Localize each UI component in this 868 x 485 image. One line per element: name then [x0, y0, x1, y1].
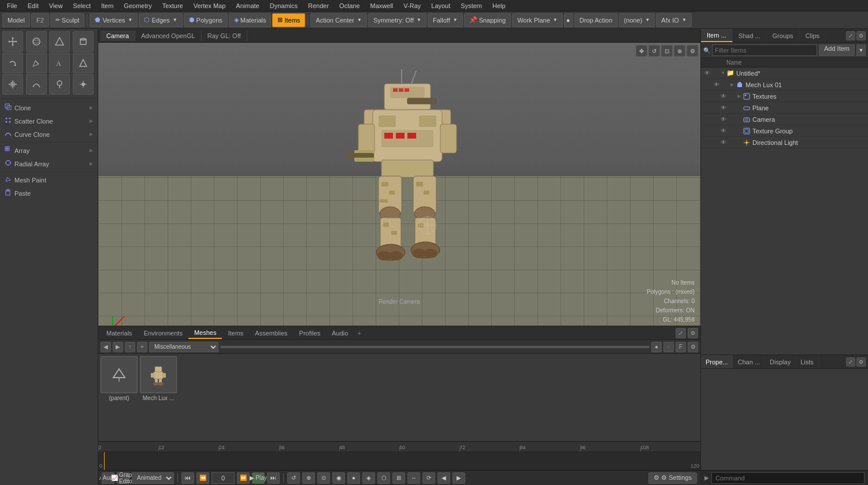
- right-expand-btn[interactable]: ⤢: [846, 31, 855, 40]
- model-mode-btn[interactable]: Model: [2, 13, 30, 27]
- vp-rotate-btn[interactable]: ↺: [648, 45, 660, 57]
- rb-tab-properties[interactable]: Prope...: [701, 355, 733, 368]
- menu-vray[interactable]: V-Ray: [399, 1, 425, 10]
- graph-editor-btn[interactable]: 📈 Graph Editor: [117, 472, 129, 484]
- tool-shape[interactable]: [73, 53, 94, 73]
- tool-bend[interactable]: [26, 74, 47, 95]
- vp-tab-camera[interactable]: Camera: [101, 31, 135, 41]
- menu-file[interactable]: File: [2, 1, 22, 10]
- tab-environments[interactable]: Environments: [138, 328, 188, 338]
- pb-ctrl-5[interactable]: ●: [347, 472, 360, 484]
- settings-btn[interactable]: ⚙ ⚙ Settings: [648, 472, 697, 484]
- vis-btn-camera[interactable]: 👁: [719, 115, 728, 124]
- tab-items[interactable]: Items: [222, 328, 249, 338]
- add-item-btn[interactable]: Add Item: [819, 44, 855, 56]
- item-row-camera[interactable]: 👁 ▶ Camera: [701, 114, 868, 125]
- mb-filter-btn[interactable]: F: [676, 342, 686, 352]
- pb-ctrl-12[interactable]: ▶: [452, 472, 465, 484]
- expand-mech[interactable]: ▶: [729, 81, 736, 89]
- vp-fit-btn[interactable]: ⊡: [661, 45, 673, 57]
- expand-panel-btn[interactable]: ⤢: [676, 328, 686, 338]
- menu-dynamics[interactable]: Dynamics: [265, 1, 302, 10]
- vp-move-btn[interactable]: ✥: [636, 45, 647, 57]
- right-tab-shad[interactable]: Shad ...: [733, 29, 767, 42]
- tool-sphere[interactable]: [26, 31, 47, 52]
- menu-view[interactable]: View: [44, 1, 68, 10]
- animated-dropdown[interactable]: Animated: [132, 472, 174, 484]
- tool-paste[interactable]: Paste: [0, 186, 98, 200]
- filter-input[interactable]: [712, 44, 817, 56]
- tool-rotate[interactable]: [2, 53, 23, 73]
- f2-btn[interactable]: F2: [31, 13, 49, 27]
- materials-btn[interactable]: ◈ Materials: [229, 13, 272, 27]
- add-item-arrow[interactable]: ▼: [856, 44, 866, 56]
- mb-zoom-slider[interactable]: [220, 346, 650, 348]
- menu-geometry[interactable]: Geometry: [119, 1, 156, 10]
- pb-ctrl-1[interactable]: ↺: [287, 472, 300, 484]
- pb-ctrl-10[interactable]: ⟳: [422, 472, 435, 484]
- pb-ctrl-9[interactable]: ↔: [407, 472, 420, 484]
- command-input[interactable]: [711, 472, 865, 484]
- frame-input[interactable]: [212, 472, 235, 484]
- mb-forward-btn[interactable]: ▶: [113, 342, 123, 352]
- item-row-light[interactable]: 👁 ▶ Directional Light: [701, 137, 868, 148]
- rb-tab-lists[interactable]: Lists: [796, 355, 819, 368]
- expand-camera[interactable]: ▶: [736, 115, 743, 124]
- item-row-texgroup[interactable]: 👁 ▶ Texture Group: [701, 125, 868, 137]
- play-to-end-btn[interactable]: ⏭: [267, 472, 280, 484]
- tool-paint[interactable]: [49, 74, 70, 95]
- rb-tab-channels[interactable]: Chan ...: [733, 355, 766, 368]
- pb-ctrl-2[interactable]: ⊕: [302, 472, 315, 484]
- expand-light[interactable]: ▶: [736, 139, 743, 147]
- vis-btn-mech[interactable]: 👁: [713, 81, 721, 89]
- mesh-item-mech[interactable]: Mech Lux ...: [140, 356, 177, 401]
- menu-help[interactable]: Help: [488, 1, 510, 10]
- vp-settings-btn[interactable]: ⚙: [687, 45, 698, 57]
- play-to-start-btn[interactable]: ⏮: [181, 472, 194, 484]
- sculpt-mode-btn[interactable]: ✏ Sculpt: [50, 13, 85, 27]
- play-btn[interactable]: ▶ Play: [252, 472, 265, 484]
- tool-radial-array[interactable]: Radial Array ▶: [0, 157, 98, 170]
- snapping-btn[interactable]: 📌 Snapping: [464, 13, 511, 27]
- tool-array[interactable]: Array ▶: [0, 144, 98, 157]
- tool-mesh-paint[interactable]: Mesh Paint: [0, 173, 98, 186]
- rb-settings-btn[interactable]: ⚙: [856, 357, 866, 367]
- menu-item[interactable]: Item: [97, 1, 118, 10]
- settings-panel-btn[interactable]: ⚙: [688, 328, 698, 338]
- tool-curve-clone[interactable]: Curve Clone ▶: [0, 128, 98, 141]
- drop-action-label-btn[interactable]: Drop Action: [574, 13, 618, 27]
- menu-maxwell[interactable]: Maxwell: [366, 1, 398, 10]
- vp-zoom-btn[interactable]: ⊕: [674, 45, 685, 57]
- mb-dot-btn[interactable]: ·: [663, 342, 674, 352]
- vertices-btn[interactable]: ⬟ Vertices ▼: [90, 13, 138, 27]
- mb-up-btn[interactable]: ↑: [125, 342, 135, 352]
- pb-ctrl-6[interactable]: ◈: [362, 472, 375, 484]
- prev-frame-btn[interactable]: ⏪: [196, 472, 209, 484]
- edges-btn[interactable]: ⬡ Edges ▼: [139, 13, 182, 27]
- menu-texture[interactable]: Texture: [158, 1, 188, 10]
- right-tab-item[interactable]: Item ...: [701, 29, 733, 42]
- menu-system[interactable]: System: [456, 1, 487, 10]
- vp-tab-opengl[interactable]: Advanced OpenGL: [135, 31, 202, 41]
- add-tab-btn[interactable]: +: [354, 328, 364, 338]
- pb-ctrl-3[interactable]: ⊙: [317, 472, 330, 484]
- tool-point[interactable]: [73, 74, 94, 95]
- timeline-track[interactable]: 0 120: [98, 452, 700, 470]
- mb-back-btn[interactable]: ◀: [101, 342, 111, 352]
- expand-untitled[interactable]: ▼: [719, 69, 726, 77]
- next-frame-btn[interactable]: ⏩: [237, 472, 250, 484]
- rb-tab-display[interactable]: Display: [765, 355, 796, 368]
- expand-textures[interactable]: ▶: [736, 92, 743, 100]
- symmetry-btn[interactable]: Symmetry: Off ▼: [368, 13, 426, 27]
- vp-tab-raygl[interactable]: Ray GL: Off: [202, 31, 247, 41]
- timeline-ruler[interactable]: 01224364860728496108120: [98, 442, 700, 452]
- menu-layout[interactable]: Layout: [426, 1, 455, 10]
- menu-octane[interactable]: Octane: [335, 1, 364, 10]
- work-plane-btn[interactable]: Work Plane ▼: [512, 13, 563, 27]
- mb-add-btn[interactable]: +: [137, 342, 147, 352]
- menu-vertexmap[interactable]: Vertex Map: [189, 1, 231, 10]
- pb-ctrl-11[interactable]: ◀: [437, 472, 450, 484]
- none-dropdown-btn[interactable]: (none) ▼: [619, 13, 655, 27]
- menu-animate[interactable]: Animate: [231, 1, 264, 10]
- tool-clone[interactable]: Clone ▶: [0, 101, 98, 114]
